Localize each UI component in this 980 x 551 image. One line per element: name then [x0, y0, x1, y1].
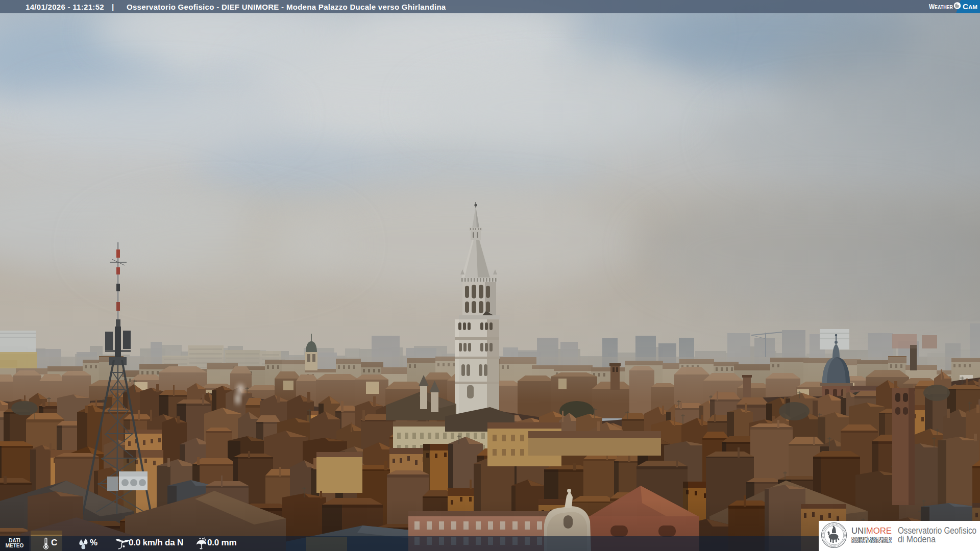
svg-text:di Modena: di Modena: [898, 534, 936, 544]
svg-text:WEATHER: WEATHER: [929, 2, 953, 11]
svg-text:1175: 1175: [829, 545, 834, 548]
svg-text:MODENA E REGGIO EMILIA: MODENA E REGGIO EMILIA: [851, 539, 892, 544]
svg-text:UNIMORE: UNIMORE: [851, 526, 892, 536]
